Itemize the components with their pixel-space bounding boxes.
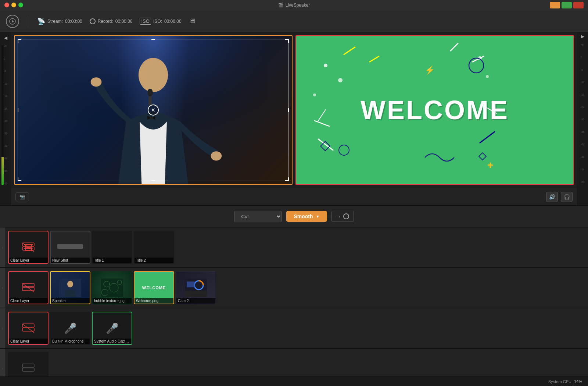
- svg-text:+: +: [487, 159, 493, 171]
- clip-clear-layer-1-label: Clear Layer: [9, 258, 48, 263]
- traffic-lights: [4, 3, 23, 7]
- svg-line-19: [480, 132, 495, 143]
- svg-point-23: [339, 145, 349, 155]
- speaker-icon-btn[interactable]: 🔊: [546, 192, 558, 202]
- svg-line-16: [451, 43, 458, 51]
- svg-rect-39: [101, 279, 123, 297]
- svg-line-28: [318, 110, 326, 121]
- svg-text:⚡: ⚡: [425, 65, 435, 75]
- clip-clear-layer-4[interactable]: [8, 352, 49, 376]
- clear-layer-4-icon: [22, 363, 35, 373]
- transition-bar: Cut Smooth ▼ →: [0, 205, 588, 227]
- clip-title-1-label: Title 1: [93, 258, 132, 263]
- svg-point-5: [211, 151, 222, 160]
- clip-cam2[interactable]: Cam 2: [176, 271, 216, 304]
- stream-time: 00:00:00: [65, 19, 82, 24]
- layer-4-clips: [5, 349, 588, 376]
- clip-title-2-label: Title 2: [135, 258, 173, 263]
- clip-title-2[interactable]: Title 2: [134, 231, 174, 264]
- vu-right-arrow[interactable]: ▶: [580, 32, 586, 40]
- title-bar-left: [4, 3, 23, 7]
- logo-icon[interactable]: [6, 15, 19, 28]
- crop-handle-ml[interactable]: [18, 108, 21, 112]
- svg-point-9: [324, 64, 327, 67]
- wifi-icon: 📡: [37, 17, 45, 25]
- vu-left-arrow[interactable]: ◀: [3, 34, 9, 42]
- go-button[interactable]: →: [331, 211, 354, 222]
- crop-handle-tr[interactable]: [285, 39, 289, 43]
- monitor-icon-item[interactable]: 🖥: [189, 17, 196, 25]
- crop-handle-bl[interactable]: [18, 177, 21, 181]
- stream-label: Stream:: [47, 19, 63, 24]
- clip-welcome[interactable]: WELCOME Welcome.png: [134, 271, 174, 304]
- preview-panel-left[interactable]: ✕: [14, 35, 293, 185]
- preview-panel-right[interactable]: ⚡ + WELCOME: [295, 35, 574, 185]
- crop-handle-bm[interactable]: [151, 177, 155, 181]
- speaker-preview: ✕: [15, 36, 292, 184]
- cut-select[interactable]: Cut: [234, 211, 282, 222]
- svg-rect-20: [320, 141, 330, 150]
- crop-handle-tm[interactable]: [151, 39, 155, 43]
- clip-title-1[interactable]: Title 1: [92, 231, 132, 264]
- headphone-icon-btn[interactable]: 🎧: [561, 192, 573, 202]
- clip-sys-audio-label: System Audio Captu…: [93, 339, 132, 344]
- clip-builtin-mic[interactable]: 🎤 Built-in Microphone: [50, 312, 90, 345]
- smooth-button[interactable]: Smooth ▼: [286, 211, 327, 222]
- fullscreen-button[interactable]: [18, 3, 23, 7]
- clear-layer-icon: [22, 242, 35, 252]
- separator-1: [28, 16, 28, 27]
- title-icon: 🎬: [278, 3, 284, 8]
- clip-sys-audio[interactable]: 🎤 System Audio Captu…: [92, 312, 132, 345]
- crop-handle-br[interactable]: [285, 177, 289, 181]
- svg-marker-1: [12, 20, 14, 23]
- layer-handle-4[interactable]: · · ·: [0, 349, 5, 376]
- clip-bubble-texture[interactable]: bubble texturre.jpg: [92, 271, 132, 304]
- layer-strip-4: · · ·: [0, 349, 588, 376]
- clip-clear-layer-3[interactable]: Clear Layer: [8, 312, 49, 345]
- layer-strip-1: · · · ⊟ Clear Layer New Shot: [0, 227, 588, 268]
- record-indicator[interactable]: Record: 00:00:00: [90, 18, 133, 24]
- layer-handle-3[interactable]: · · ·: [0, 308, 5, 348]
- clip-new-shot[interactable]: New Shot: [50, 231, 90, 264]
- app-title: LiveSpeaker: [286, 3, 310, 8]
- bubble-svg: [101, 279, 123, 297]
- preview-footer: 📷 🔊 🎧: [11, 188, 577, 205]
- newshot-bar: [57, 244, 83, 249]
- minimize-button[interactable]: [11, 3, 16, 7]
- win-btn-2[interactable]: [562, 2, 572, 8]
- clip-clear-layer-2[interactable]: Clear Layer: [8, 271, 49, 304]
- svg-point-11: [313, 93, 316, 96]
- clip-mic-label: Built-in Microphone: [51, 339, 90, 344]
- iso-label: ISO:: [153, 19, 162, 24]
- record-label: Record:: [98, 19, 113, 24]
- layer-strip-2: · · · Clear Layer Speaker: [0, 268, 588, 308]
- win-btn-3[interactable]: [573, 2, 584, 8]
- title-bar: 🎬 LiveSpeaker: [0, 0, 588, 10]
- crop-handle-mr[interactable]: [285, 108, 289, 112]
- clip-clear-layer-1[interactable]: ⊟ Clear Layer: [8, 231, 49, 264]
- svg-line-18: [318, 139, 333, 150]
- close-button[interactable]: [4, 3, 9, 7]
- record-time: 00:00:00: [115, 19, 133, 24]
- clip-clear-layer-2-label: Clear Layer: [9, 298, 48, 304]
- clip-welcome-label: Welcome.png: [135, 298, 173, 304]
- mic-icon: 🎤: [64, 322, 77, 334]
- stream-indicator: 📡 Stream: 00:00:00: [37, 17, 82, 25]
- clip-speaker-label: Speaker: [51, 298, 90, 304]
- crop-center-button[interactable]: ✕: [148, 105, 159, 116]
- svg-rect-32: [24, 248, 33, 249]
- win-btn-1[interactable]: [550, 2, 560, 8]
- svg-rect-50: [22, 364, 34, 367]
- crop-handle-tl[interactable]: [18, 39, 21, 43]
- go-circle-icon: [343, 213, 349, 219]
- clip-speaker-svg: [59, 279, 81, 297]
- status-bar: System CPU: 14%: [0, 376, 588, 386]
- layer-handle-1[interactable]: · · ·: [0, 227, 5, 267]
- iso-time: 00:00:00: [164, 19, 182, 24]
- layer-handle-2[interactable]: · · ·: [0, 268, 5, 308]
- clip-speaker[interactable]: Speaker: [50, 271, 90, 304]
- vu-scale-right: +6 0 -6 -12 -18 -24 -30 -36 -42 -48 -54 …: [581, 43, 584, 183]
- svg-line-15: [370, 56, 379, 62]
- preview-row: ✕: [11, 32, 577, 188]
- camera-settings-btn[interactable]: 📷: [15, 192, 29, 201]
